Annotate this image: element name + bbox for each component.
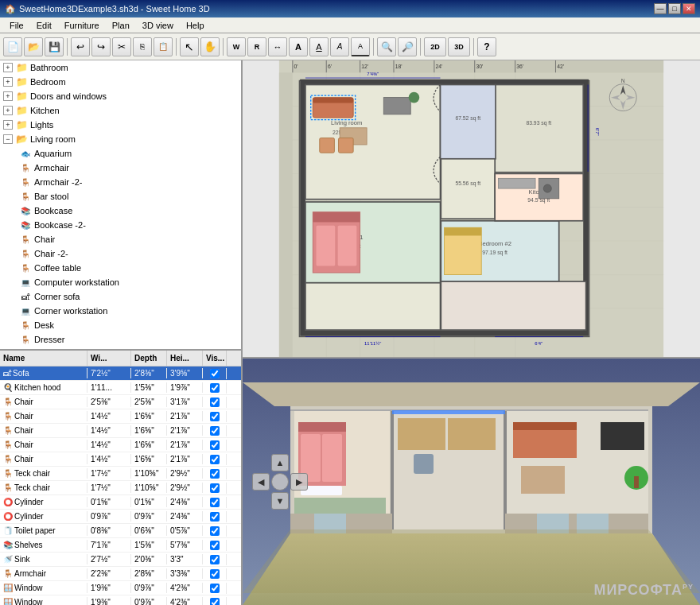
list-row[interactable]: 🍳Kitchen hood1'11...1'5⅜"1'9⅞" <box>0 381 241 395</box>
minimize-button[interactable]: — <box>654 3 667 14</box>
visibility-checkbox[interactable] <box>210 483 220 493</box>
tree-item-dresser[interactable]: 🪑 Dresser <box>0 332 241 347</box>
text-a-button[interactable]: A <box>309 37 329 56</box>
list-row[interactable]: 🛋Sofa7'2½"2'8⅜"3'9⅝" <box>0 366 241 381</box>
list-cell-visibility[interactable] <box>203 583 227 594</box>
tree-category-kitchen[interactable]: + 📁 Kitchen <box>0 103 241 118</box>
visibility-checkbox[interactable] <box>210 512 220 522</box>
list-cell-visibility[interactable] <box>203 454 227 465</box>
visibility-checkbox[interactable] <box>210 426 220 436</box>
tree-item-armchair2[interactable]: 🪑 Armchair -2- <box>0 175 241 189</box>
list-cell-visibility[interactable] <box>203 497 227 508</box>
expand-kitchen-icon[interactable]: + <box>3 106 13 115</box>
expand-bedroom-icon[interactable]: + <box>3 77 13 87</box>
list-row[interactable]: 🚿Sink2'7½"2'0⅜"3'3" <box>0 553 241 567</box>
zoom-in-button[interactable]: 🔍 <box>377 37 396 56</box>
copy-button[interactable]: ⎘ <box>133 37 152 56</box>
2d-button[interactable]: 2D <box>424 37 446 56</box>
nav-right-button[interactable]: ▶ <box>290 473 308 491</box>
expand-lights-icon[interactable]: + <box>3 120 13 130</box>
new-button[interactable]: 📄 <box>3 37 22 56</box>
list-cell-visibility[interactable] <box>203 511 227 522</box>
list-cell-visibility[interactable] <box>203 425 227 436</box>
list-cell-visibility[interactable] <box>203 483 227 494</box>
visibility-checkbox[interactable] <box>210 555 220 564</box>
menu-3dview[interactable]: 3D view <box>136 19 180 32</box>
floor-plan[interactable]: 0' 6' 12' 18' 24' 30' 36' 42' <box>243 60 700 359</box>
list-row[interactable]: 🪑Chair1'4½"1'6⅝"2'1⅞" <box>0 452 241 467</box>
list-cell-visibility[interactable] <box>203 554 227 565</box>
menu-furniture[interactable]: Furniture <box>58 19 106 32</box>
menu-edit[interactable]: Edit <box>30 19 58 32</box>
list-cell-visibility[interactable] <box>203 368 227 379</box>
expand-bathroom-icon[interactable]: + <box>3 63 13 72</box>
list-row[interactable]: 🪑Teck chair1'7½"1'10⅝"2'9½" <box>0 481 241 495</box>
expand-living-icon[interactable]: − <box>3 134 13 144</box>
tree-item-barstool[interactable]: 🪑 Bar stool <box>0 189 241 204</box>
list-row[interactable]: 🪑Teck chair1'7½"1'10⅝"2'9½" <box>0 467 241 481</box>
tree-item-cornersofa[interactable]: 🛋 Corner sofa <box>0 289 241 304</box>
tree-item-chair2[interactable]: 🪑 Chair -2- <box>0 246 241 261</box>
list-cell-visibility[interactable] <box>203 411 227 422</box>
pan-button[interactable]: ✋ <box>200 37 220 56</box>
visibility-checkbox[interactable] <box>210 455 220 464</box>
maximize-button[interactable]: □ <box>668 3 681 14</box>
list-row[interactable]: ⭕Cylinder0'9⅞"0'9⅞"2'4⅜" <box>0 510 241 524</box>
dimension-button[interactable]: ↔ <box>268 37 287 56</box>
list-cell-visibility[interactable] <box>203 540 227 551</box>
3d-button[interactable]: 3D <box>448 37 470 56</box>
list-cell-visibility[interactable] <box>203 397 227 408</box>
tree-item-bookcase2[interactable]: 📚 Bookcase -2- <box>0 218 241 232</box>
tree-item-bookcase[interactable]: 📚 Bookcase <box>0 204 241 218</box>
close-button[interactable]: ✕ <box>682 3 695 14</box>
list-row[interactable]: 🪑Chair2'5⅜"2'5⅜"3'1⅞" <box>0 395 241 409</box>
tree-scroll-area[interactable]: + 📁 Bathroom + 📁 Bedroom + 📁 Doors and w… <box>0 60 241 349</box>
visibility-checkbox[interactable] <box>210 598 220 606</box>
list-row[interactable]: 🪟Window1'9⅜"0'9⅞"4'2⅜" <box>0 595 241 605</box>
visibility-checkbox[interactable] <box>210 569 220 579</box>
zoom-out-button[interactable]: 🔎 <box>398 37 417 56</box>
tree-item-chair[interactable]: 🪑 Chair <box>0 232 241 246</box>
list-row[interactable]: 🪑Chair1'4½"1'6⅝"2'1⅞" <box>0 424 241 438</box>
list-cell-visibility[interactable] <box>203 525 227 537</box>
text-a3-button[interactable]: A <box>351 37 370 56</box>
list-body[interactable]: 🛋Sofa7'2½"2'8⅜"3'9⅝"🍳Kitchen hood1'11...… <box>0 366 241 605</box>
menu-help[interactable]: Help <box>180 19 211 32</box>
visibility-checkbox[interactable] <box>210 440 220 450</box>
visibility-checkbox[interactable] <box>210 526 220 536</box>
visibility-checkbox[interactable] <box>210 498 220 507</box>
menu-file[interactable]: File <box>3 19 30 32</box>
list-row[interactable]: 🪑Chair1'4½"1'6⅝"2'1⅞" <box>0 438 241 452</box>
paste-button[interactable]: 📋 <box>154 37 173 56</box>
visibility-checkbox[interactable] <box>210 469 220 479</box>
open-button[interactable]: 📂 <box>24 37 43 56</box>
tree-category-bathroom[interactable]: + 📁 Bathroom <box>0 60 241 75</box>
list-row[interactable]: 🪑Armchair2'2⅜"2'8⅝"3'3⅜" <box>0 567 241 581</box>
text-a2-button[interactable]: A <box>330 37 349 56</box>
wall-button[interactable]: W <box>227 37 246 56</box>
list-row[interactable]: 🪑Chair1'4½"1'6⅝"2'1⅞" <box>0 409 241 424</box>
tree-item-aquarium[interactable]: 🐟 Aquarium <box>0 146 241 161</box>
3d-view[interactable]: ▲ ◀ ▶ ▼ МИРСОФТАPY <box>243 359 700 605</box>
nav-down-button[interactable]: ▼ <box>271 492 289 510</box>
tree-item-computerws[interactable]: 💻 Computer workstation <box>0 275 241 289</box>
list-cell-visibility[interactable] <box>203 382 227 394</box>
undo-button[interactable]: ↩ <box>71 37 90 56</box>
menu-plan[interactable]: Plan <box>106 19 136 32</box>
nav-center-button[interactable] <box>271 473 289 491</box>
tree-category-living[interactable]: − 📂 Living room <box>0 132 241 146</box>
list-row[interactable]: 🧻Toilet paper0'8⅜"0'6⅜"0'5⅞" <box>0 524 241 538</box>
nav-up-button[interactable]: ▲ <box>271 454 289 471</box>
tree-category-lights[interactable]: + 📁 Lights <box>0 118 241 132</box>
cut-button[interactable]: ✂ <box>112 37 131 56</box>
tree-category-doors[interactable]: + 📁 Doors and windows <box>0 89 241 103</box>
tree-category-bedroom[interactable]: + 📁 Bedroom <box>0 75 241 89</box>
tree-item-coffeetable[interactable]: 🪑 Coffee table <box>0 261 241 275</box>
nav-left-button[interactable]: ◀ <box>252 473 270 491</box>
help-button[interactable]: ? <box>477 37 496 56</box>
list-cell-visibility[interactable] <box>203 597 227 606</box>
list-cell-visibility[interactable] <box>203 468 227 479</box>
list-row[interactable]: ⭕Cylinder0'1⅝"0'1⅝"2'4⅜" <box>0 495 241 510</box>
tree-item-desk[interactable]: 🪑 Desk <box>0 318 241 332</box>
list-cell-visibility[interactable] <box>203 440 227 451</box>
